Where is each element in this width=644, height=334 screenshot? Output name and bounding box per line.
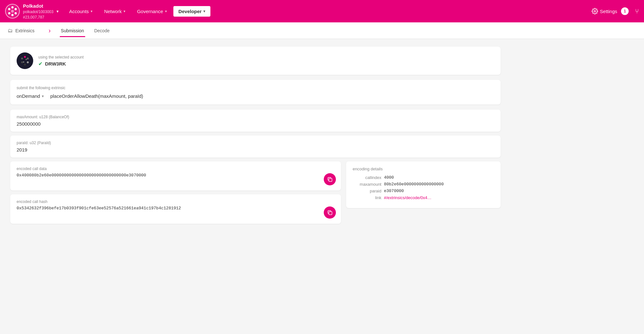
copy-call-data-button[interactable]: [324, 173, 336, 185]
nav-network[interactable]: Network ▾: [99, 6, 131, 17]
network-info: Polkadot polkadot/1003003 #23,007,787: [23, 3, 53, 20]
svg-rect-17: [329, 212, 332, 215]
encoding-details-title: encoding details: [352, 167, 494, 171]
nav-developer[interactable]: Developer ▾: [173, 6, 211, 17]
sub-navigation: 🗂 Extrinsics › Submission Decode: [0, 22, 644, 39]
param-label-maxAmount: maxAmount: u128 (BalanceOf): [17, 115, 494, 119]
account-info: using the selected account ✔ DRW3RK: [38, 55, 84, 67]
settings-icon: [592, 8, 598, 14]
network-chevron-icon: ▾: [124, 9, 125, 13]
settings-button[interactable]: Settings: [592, 8, 617, 14]
breadcrumb-arrow: ›: [49, 27, 51, 34]
encoded-call-hash-value: 0x5342632f396befe17b0393f901cfe63ee52576…: [17, 206, 335, 211]
svg-point-7: [24, 56, 26, 58]
encoded-section: encoded call data 0x400080b2e60e00000000…: [10, 161, 501, 208]
copy-icon: [327, 176, 333, 182]
avatar: [17, 52, 33, 69]
encoding-key-link: link: [352, 195, 381, 200]
svg-point-14: [26, 59, 27, 60]
svg-point-8: [27, 58, 29, 59]
account-name-row: ✔ DRW3RK: [38, 61, 84, 67]
svg-point-0: [11, 6, 14, 9]
nav-governance[interactable]: Governance ▾: [132, 6, 172, 17]
param-card-paraId: paraId: u32 (ParaId) 2019: [10, 136, 501, 158]
extrinsic-card: submit the following extrinsic onDemand …: [10, 80, 501, 105]
network-chevron: ▾: [57, 9, 59, 14]
svg-point-12: [21, 58, 23, 59]
encoding-row-maxamount: maxamount 80b2e60e0000000000000000: [352, 182, 494, 187]
svg-point-9: [27, 61, 29, 63]
account-name: DRW3RK: [45, 61, 66, 66]
extrinsics-icon: 🗂: [8, 28, 13, 34]
encoding-row-paraid: paraid e3070000: [352, 189, 494, 193]
encoding-val-callindex: 4000: [384, 175, 394, 180]
account-card: using the selected account ✔ DRW3RK: [10, 47, 501, 75]
avatar-icon: [19, 55, 31, 66]
logo-icon: [5, 4, 20, 19]
encoded-call-data-label: encoded call data: [17, 167, 335, 171]
block-number: #23,007,787: [23, 15, 53, 20]
encoding-val-maxamount: 80b2e60e0000000000000000: [384, 182, 443, 187]
svg-point-3: [11, 14, 14, 16]
param-value-maxAmount: 250000000: [17, 121, 494, 127]
developer-chevron: ▾: [203, 9, 205, 13]
header-right: Settings 1 ⑂: [592, 7, 639, 15]
nav-accounts[interactable]: Accounts ▾: [64, 6, 98, 17]
verified-icon: ✔: [38, 61, 42, 67]
copy-icon-2: [327, 210, 333, 215]
svg-point-2: [15, 12, 17, 14]
svg-point-15: [23, 61, 24, 63]
notification-badge[interactable]: 1: [621, 7, 629, 15]
encoding-details-card: encoding details callindex 4000 maxamoun…: [346, 161, 501, 208]
extrinsic-module[interactable]: onDemand ▾: [17, 93, 44, 99]
accounts-chevron: ▾: [91, 9, 93, 13]
encoded-call-hash-label: encoded call hash: [17, 199, 335, 204]
section-label: Extrinsics: [15, 28, 34, 33]
extrinsic-row: onDemand ▾ placeOrderAllowDeath(maxAmoun…: [17, 93, 494, 99]
encoded-call-data-card: encoded call data 0x400080b2e60e00000000…: [10, 161, 341, 190]
encoding-key-maxamount: maxamount: [352, 182, 381, 187]
svg-point-11: [21, 61, 23, 63]
main-content: using the selected account ✔ DRW3RK subm…: [0, 39, 511, 216]
network-path: polkadot/1003003: [23, 9, 53, 15]
encoding-row-callindex: callindex 4000: [352, 175, 494, 180]
encoded-call-data-value: 0x400080b2e60e00000000000000000000000000…: [17, 173, 335, 178]
svg-point-6: [11, 10, 14, 13]
encoding-key-paraid: paraid: [352, 189, 381, 193]
tab-submission[interactable]: Submission: [60, 27, 85, 37]
account-label: using the selected account: [38, 55, 84, 59]
brand-name: Polkadot: [23, 3, 53, 9]
extrinsic-label: submit the following extrinsic: [17, 86, 494, 90]
encoding-link-value[interactable]: #/extrinsics/decode/0x4…: [384, 195, 431, 200]
tab-decode[interactable]: Decode: [93, 27, 111, 37]
svg-point-1: [15, 8, 17, 10]
encoded-call-hash-card: encoded call hash 0x5342632f396befe17b03…: [10, 194, 341, 223]
copy-call-hash-button[interactable]: [324, 206, 336, 219]
param-value-paraId: 2019: [17, 147, 494, 152]
encoding-row-link: link #/extrinsics/decode/0x4…: [352, 195, 494, 200]
param-card-maxAmount: maxAmount: u128 (BalanceOf) 250000000: [10, 110, 501, 132]
top-navigation: Polkadot polkadot/1003003 #23,007,787 ▾ …: [0, 0, 644, 22]
main-nav: Accounts ▾ Network ▾ Governance ▾ Develo…: [64, 6, 210, 17]
svg-point-4: [8, 12, 11, 14]
param-label-paraId: paraId: u32 (ParaId): [17, 141, 494, 145]
logo-area[interactable]: Polkadot polkadot/1003003 #23,007,787 ▾: [5, 3, 59, 20]
encoding-key-callindex: callindex: [352, 175, 381, 180]
settings-label: Settings: [600, 9, 617, 14]
polkadot-logo: [7, 5, 18, 17]
svg-point-5: [8, 8, 11, 10]
governance-chevron: ▾: [165, 9, 167, 13]
encoding-val-paraid: e3070000: [384, 189, 404, 193]
svg-point-10: [24, 64, 26, 66]
module-chevron: ▾: [42, 94, 44, 98]
section-label-area: 🗂 Extrinsics: [8, 28, 34, 34]
svg-rect-16: [329, 178, 332, 182]
extrinsic-method: placeOrderAllowDeath(maxAmount, paraId): [50, 93, 143, 99]
fork-icon: ⑂: [635, 8, 639, 15]
